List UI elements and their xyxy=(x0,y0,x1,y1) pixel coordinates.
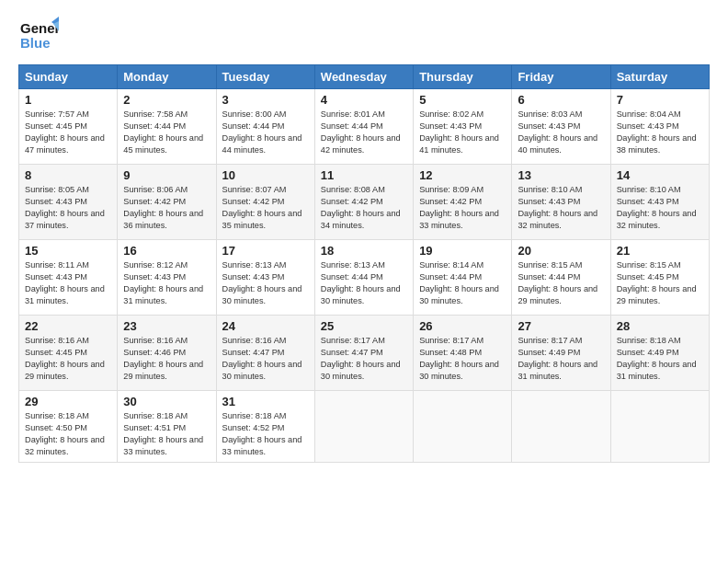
calendar-cell: 11 Sunrise: 8:08 AMSunset: 4:42 PMDaylig… xyxy=(314,165,413,240)
calendar-cell: 8 Sunrise: 8:05 AMSunset: 4:43 PMDayligh… xyxy=(19,165,118,240)
day-number: 4 xyxy=(321,93,407,107)
calendar-cell xyxy=(314,391,413,463)
calendar-cell: 18 Sunrise: 8:13 AMSunset: 4:44 PMDaylig… xyxy=(314,240,413,316)
calendar-cell: 23 Sunrise: 8:16 AMSunset: 4:46 PMDaylig… xyxy=(118,316,216,391)
calendar-cell: 15 Sunrise: 8:11 AMSunset: 4:43 PMDaylig… xyxy=(19,240,118,316)
cell-info: Sunrise: 8:16 AMSunset: 4:45 PMDaylight:… xyxy=(25,336,105,381)
calendar-cell: 30 Sunrise: 8:18 AMSunset: 4:51 PMDaylig… xyxy=(118,391,216,463)
day-number: 23 xyxy=(123,319,210,333)
cell-info: Sunrise: 8:11 AMSunset: 4:43 PMDaylight:… xyxy=(25,260,105,305)
day-number: 2 xyxy=(123,93,210,107)
logo-icon: General Blue xyxy=(18,15,59,55)
day-number: 8 xyxy=(25,168,111,182)
cell-info: Sunrise: 8:15 AMSunset: 4:44 PMDaylight:… xyxy=(518,260,597,305)
cell-info: Sunrise: 8:13 AMSunset: 4:44 PMDaylight:… xyxy=(321,260,401,305)
day-number: 21 xyxy=(617,244,703,258)
cell-info: Sunrise: 8:08 AMSunset: 4:42 PMDaylight:… xyxy=(321,185,401,230)
day-number: 12 xyxy=(419,168,506,182)
cell-info: Sunrise: 8:17 AMSunset: 4:48 PMDaylight:… xyxy=(419,336,499,381)
day-number: 31 xyxy=(222,395,309,408)
day-number: 16 xyxy=(123,244,210,258)
header-monday: Monday xyxy=(118,65,216,89)
calendar-cell: 5 Sunrise: 8:02 AMSunset: 4:43 PMDayligh… xyxy=(414,89,512,165)
calendar-cell: 25 Sunrise: 8:17 AMSunset: 4:47 PMDaylig… xyxy=(314,316,413,391)
calendar-table: Sunday Monday Tuesday Wednesday Thursday… xyxy=(18,64,710,463)
cell-info: Sunrise: 8:05 AMSunset: 4:43 PMDaylight:… xyxy=(25,185,105,230)
day-number: 19 xyxy=(419,244,506,258)
calendar-cell xyxy=(414,391,512,463)
calendar-cell: 31 Sunrise: 8:18 AMSunset: 4:52 PMDaylig… xyxy=(216,391,314,463)
header-tuesday: Tuesday xyxy=(216,65,314,89)
calendar-cell: 19 Sunrise: 8:14 AMSunset: 4:44 PMDaylig… xyxy=(414,240,512,316)
calendar-cell: 21 Sunrise: 8:15 AMSunset: 4:45 PMDaylig… xyxy=(610,240,709,316)
calendar-cell: 22 Sunrise: 8:16 AMSunset: 4:45 PMDaylig… xyxy=(19,316,118,391)
calendar-cell: 4 Sunrise: 8:01 AMSunset: 4:44 PMDayligh… xyxy=(314,89,413,165)
cell-info: Sunrise: 8:10 AMSunset: 4:43 PMDaylight:… xyxy=(518,185,597,230)
calendar-cell: 13 Sunrise: 8:10 AMSunset: 4:43 PMDaylig… xyxy=(512,165,610,240)
cell-info: Sunrise: 8:18 AMSunset: 4:49 PMDaylight:… xyxy=(617,336,697,381)
day-number: 9 xyxy=(123,168,210,182)
calendar-cell: 10 Sunrise: 8:07 AMSunset: 4:42 PMDaylig… xyxy=(216,165,314,240)
header-saturday: Saturday xyxy=(610,65,709,89)
day-number: 27 xyxy=(518,319,604,333)
calendar-cell: 6 Sunrise: 8:03 AMSunset: 4:43 PMDayligh… xyxy=(512,89,610,165)
day-number: 1 xyxy=(25,93,111,107)
cell-info: Sunrise: 7:58 AMSunset: 4:44 PMDaylight:… xyxy=(123,109,203,155)
calendar-cell xyxy=(512,391,610,463)
header-friday: Friday xyxy=(512,65,610,89)
cell-info: Sunrise: 8:00 AMSunset: 4:44 PMDaylight:… xyxy=(222,109,302,155)
calendar-cell: 1 Sunrise: 7:57 AMSunset: 4:45 PMDayligh… xyxy=(19,89,118,165)
calendar-cell: 16 Sunrise: 8:12 AMSunset: 4:43 PMDaylig… xyxy=(118,240,216,316)
calendar-cell: 12 Sunrise: 8:09 AMSunset: 4:42 PMDaylig… xyxy=(414,165,512,240)
cell-info: Sunrise: 8:01 AMSunset: 4:44 PMDaylight:… xyxy=(321,109,401,155)
logo: General Blue xyxy=(18,15,59,55)
cell-info: Sunrise: 8:13 AMSunset: 4:43 PMDaylight:… xyxy=(222,260,302,305)
day-number: 25 xyxy=(321,319,407,333)
cell-info: Sunrise: 8:03 AMSunset: 4:43 PMDaylight:… xyxy=(518,109,597,155)
calendar-cell xyxy=(610,391,709,463)
day-number: 24 xyxy=(222,319,309,333)
day-number: 20 xyxy=(518,244,604,258)
day-number: 18 xyxy=(321,244,407,258)
calendar-cell: 20 Sunrise: 8:15 AMSunset: 4:44 PMDaylig… xyxy=(512,240,610,316)
day-number: 30 xyxy=(123,395,210,408)
calendar-header-row: Sunday Monday Tuesday Wednesday Thursday… xyxy=(19,65,710,89)
cell-info: Sunrise: 8:17 AMSunset: 4:49 PMDaylight:… xyxy=(518,336,597,381)
calendar-cell: 14 Sunrise: 8:10 AMSunset: 4:43 PMDaylig… xyxy=(610,165,709,240)
day-number: 3 xyxy=(222,93,309,107)
cell-info: Sunrise: 8:16 AMSunset: 4:47 PMDaylight:… xyxy=(222,336,302,381)
header-wednesday: Wednesday xyxy=(314,65,413,89)
calendar-cell: 9 Sunrise: 8:06 AMSunset: 4:42 PMDayligh… xyxy=(118,165,216,240)
cell-info: Sunrise: 8:16 AMSunset: 4:46 PMDaylight:… xyxy=(123,336,203,381)
cell-info: Sunrise: 8:02 AMSunset: 4:43 PMDaylight:… xyxy=(419,109,499,155)
calendar-cell: 2 Sunrise: 7:58 AMSunset: 4:44 PMDayligh… xyxy=(118,89,216,165)
cell-info: Sunrise: 8:14 AMSunset: 4:44 PMDaylight:… xyxy=(419,260,499,305)
cell-info: Sunrise: 8:18 AMSunset: 4:52 PMDaylight:… xyxy=(222,411,302,456)
calendar-cell: 27 Sunrise: 8:17 AMSunset: 4:49 PMDaylig… xyxy=(512,316,610,391)
cell-info: Sunrise: 8:09 AMSunset: 4:42 PMDaylight:… xyxy=(419,185,499,230)
day-number: 29 xyxy=(25,395,111,408)
calendar-cell: 29 Sunrise: 8:18 AMSunset: 4:50 PMDaylig… xyxy=(19,391,118,463)
cell-info: Sunrise: 8:12 AMSunset: 4:43 PMDaylight:… xyxy=(123,260,203,305)
cell-info: Sunrise: 8:18 AMSunset: 4:50 PMDaylight:… xyxy=(25,411,105,456)
day-number: 10 xyxy=(222,168,309,182)
cell-info: Sunrise: 8:07 AMSunset: 4:42 PMDaylight:… xyxy=(222,185,302,230)
cell-info: Sunrise: 8:04 AMSunset: 4:43 PMDaylight:… xyxy=(617,109,697,155)
page-header: General Blue xyxy=(18,15,710,55)
calendar-cell: 3 Sunrise: 8:00 AMSunset: 4:44 PMDayligh… xyxy=(216,89,314,165)
header-thursday: Thursday xyxy=(414,65,512,89)
cell-info: Sunrise: 8:15 AMSunset: 4:45 PMDaylight:… xyxy=(617,260,697,305)
day-number: 6 xyxy=(518,93,604,107)
calendar-cell: 24 Sunrise: 8:16 AMSunset: 4:47 PMDaylig… xyxy=(216,316,314,391)
cell-info: Sunrise: 8:18 AMSunset: 4:51 PMDaylight:… xyxy=(123,411,203,456)
day-number: 5 xyxy=(419,93,506,107)
day-number: 17 xyxy=(222,244,309,258)
cell-info: Sunrise: 8:10 AMSunset: 4:43 PMDaylight:… xyxy=(617,185,697,230)
page-container: General Blue Sunday Monday Tuesday Wedne… xyxy=(0,0,728,472)
calendar-cell: 7 Sunrise: 8:04 AMSunset: 4:43 PMDayligh… xyxy=(610,89,709,165)
calendar-cell: 17 Sunrise: 8:13 AMSunset: 4:43 PMDaylig… xyxy=(216,240,314,316)
cell-info: Sunrise: 8:06 AMSunset: 4:42 PMDaylight:… xyxy=(123,185,203,230)
day-number: 28 xyxy=(617,319,703,333)
svg-text:Blue: Blue xyxy=(20,35,51,51)
day-number: 22 xyxy=(25,319,111,333)
